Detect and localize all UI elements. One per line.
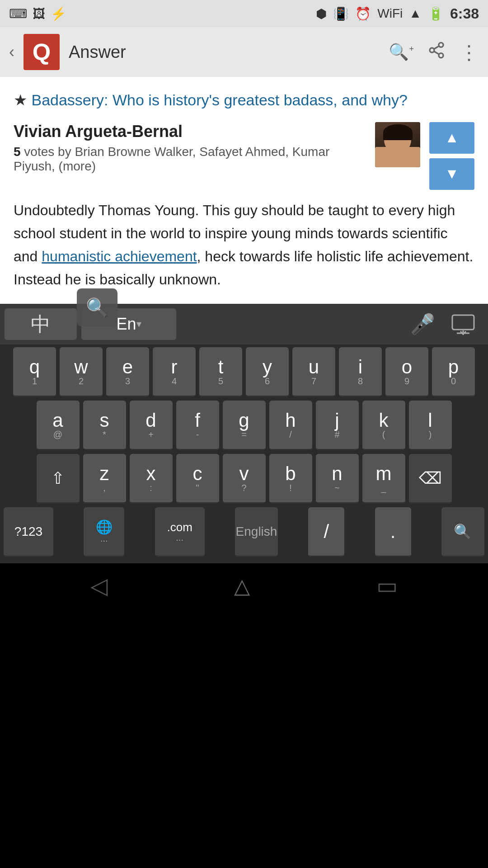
search-overlay: 🔍	[77, 288, 117, 326]
wifi-icon: WiFi	[377, 6, 403, 21]
key-j[interactable]: j#	[316, 401, 359, 450]
question-title-text: Badassery: Who is history's greatest bad…	[31, 91, 407, 108]
slash-label: /	[324, 522, 329, 541]
key-z[interactable]: z,	[83, 454, 126, 504]
more-options-icon[interactable]: ⋮	[459, 41, 479, 64]
quora-logo: Q	[23, 34, 60, 70]
upvote-icon: ▲	[445, 129, 459, 146]
chinese-lang-icon: 中	[31, 311, 51, 338]
hide-keyboard-icon	[450, 311, 476, 337]
key-k[interactable]: k(	[362, 401, 405, 450]
keyboard-row-1: q1 w2 e3 r4 t5 y6 u7 i8 o9 p0	[4, 347, 484, 397]
keyboard-row-2: a@ s* d+ f- g= h/ j# k( l)	[4, 401, 484, 450]
downvote-icon: ▼	[445, 165, 459, 182]
vibrate-icon: 📳	[333, 6, 349, 21]
key-h[interactable]: h/	[269, 401, 312, 450]
share-icon[interactable]	[427, 41, 446, 63]
key-w[interactable]: w2	[60, 347, 103, 397]
key-s[interactable]: s*	[83, 401, 126, 450]
back-button[interactable]: ‹	[9, 42, 14, 61]
microphone-icon: 🎤	[410, 312, 435, 336]
en-label: En	[116, 315, 136, 334]
signal-icon: ▲	[409, 6, 422, 21]
dotcom-label: .com	[167, 521, 192, 533]
dotcom-key[interactable]: .com ...	[155, 507, 205, 557]
author-name[interactable]: Vivian Argueta-Bernal	[14, 122, 366, 141]
page-title: Answer	[69, 42, 380, 62]
backspace-key[interactable]: ⌫	[409, 454, 452, 504]
symbol-key[interactable]: ?123	[4, 507, 53, 557]
question-title[interactable]: ★ Badassery: Who is history's greatest b…	[14, 90, 474, 111]
key-o[interactable]: o9	[385, 347, 428, 397]
top-action-icons: 🔍+ ⋮	[389, 41, 479, 64]
mic-button[interactable]: 🎤	[402, 308, 443, 340]
top-bar: ‹ Q Answer 🔍+ ⋮	[0, 27, 488, 77]
keyboard-row-3: ⇧ z, x: c" v? b! n~ m_ ⌫	[4, 454, 484, 504]
recent-apps-button[interactable]: ▭	[376, 573, 398, 599]
status-right-icons: ⬢ 📳 ⏰ WiFi ▲ 🔋 6:38	[316, 5, 479, 22]
avatar	[375, 122, 420, 167]
key-n[interactable]: n~	[316, 454, 359, 504]
key-e[interactable]: e3	[106, 347, 149, 397]
nav-bar: ◁ △ ▭	[0, 563, 488, 609]
answer-header: Vivian Argueta-Bernal 5 votes by Brian B…	[14, 122, 474, 190]
answer-info: Vivian Argueta-Bernal 5 votes by Brian B…	[14, 122, 366, 174]
votes-text: votes by Brian Browne Walker, Safayet Ah…	[14, 145, 329, 173]
key-u[interactable]: u7	[292, 347, 335, 397]
key-y[interactable]: y6	[246, 347, 289, 397]
key-x[interactable]: x:	[130, 454, 173, 504]
time-display: 6:38	[450, 5, 479, 22]
key-m[interactable]: m_	[362, 454, 405, 504]
key-v[interactable]: v?	[223, 454, 266, 504]
keyboard-icon: ⌨	[9, 6, 27, 21]
search-plus-icon[interactable]: 🔍+	[389, 42, 414, 61]
key-c[interactable]: c"	[176, 454, 219, 504]
key-i[interactable]: i8	[339, 347, 382, 397]
search-key[interactable]: 🔍	[441, 507, 484, 557]
key-l[interactable]: l)	[409, 401, 452, 450]
star-icon: ★	[14, 91, 31, 108]
shift-key[interactable]: ⇧	[37, 454, 80, 504]
dot-label: .	[390, 522, 396, 541]
quora-logo-letter: Q	[33, 38, 51, 66]
status-left-icons: ⌨ 🖼 ⚡	[9, 6, 66, 21]
key-t[interactable]: t5	[199, 347, 242, 397]
key-p[interactable]: p0	[432, 347, 475, 397]
key-r[interactable]: r4	[153, 347, 196, 397]
key-g[interactable]: g=	[223, 401, 266, 450]
language-switch-button[interactable]: 中	[5, 308, 77, 340]
vote-count: 5	[14, 145, 21, 159]
svg-point-2	[439, 53, 443, 57]
space-label: English	[236, 525, 277, 538]
keyboard-row-4: ?123 🌐 ... .com ... English / . 🔍	[4, 507, 484, 557]
key-d[interactable]: d+	[130, 401, 173, 450]
votes-line: 5 votes by Brian Browne Walker, Safayet …	[14, 145, 366, 174]
content-area: ★ Badassery: Who is history's greatest b…	[0, 77, 488, 304]
battery-icon: 🔋	[428, 6, 444, 21]
svg-rect-5	[452, 315, 474, 330]
svg-point-0	[439, 42, 443, 47]
image-icon: 🖼	[33, 6, 45, 21]
clock-icon: ⏰	[355, 6, 371, 21]
bluetooth-icon: ⬢	[316, 6, 327, 21]
svg-point-1	[430, 48, 434, 52]
space-key[interactable]: English	[235, 507, 278, 557]
slash-key[interactable]: /	[308, 507, 344, 557]
highlighted-phrase: humanistic achievement	[42, 248, 197, 264]
upvote-button[interactable]: ▲	[429, 122, 474, 154]
back-nav-button[interactable]: ◁	[90, 573, 108, 599]
key-q[interactable]: q1	[13, 347, 56, 397]
keyboard-area: 中 En ▾ 🎤 q1 w2 e3 r4 t5 y6	[0, 304, 488, 563]
downvote-button[interactable]: ▼	[429, 158, 474, 190]
keyboard-rows: q1 w2 e3 r4 t5 y6 u7 i8 o9 p0 a@ s* d+ f…	[0, 344, 488, 563]
key-b[interactable]: b!	[269, 454, 312, 504]
home-nav-button[interactable]: △	[234, 574, 250, 598]
network-icon: ⚡	[51, 6, 66, 21]
hide-keyboard-button[interactable]	[443, 308, 483, 340]
key-f[interactable]: f-	[176, 401, 219, 450]
keyboard-top-row: 中 En ▾ 🎤	[0, 304, 488, 344]
dot-key[interactable]: .	[375, 507, 411, 557]
key-a[interactable]: a@	[37, 401, 80, 450]
lang-dropdown-arrow: ▾	[136, 318, 141, 330]
globe-key[interactable]: 🌐 ...	[84, 507, 124, 557]
